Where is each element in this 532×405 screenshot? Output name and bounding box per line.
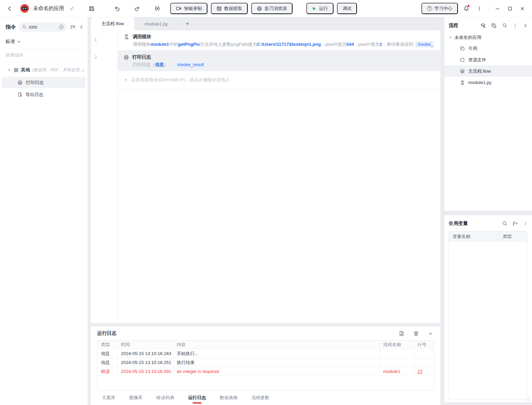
line-number: 1 [91,30,117,48]
step-description: 打印日志（信息）：invoke_result [133,62,433,68]
editor-column: 主流程.flow module1.py + 1 2 调用模块 调用模 [91,17,440,405]
tab-flow-params[interactable]: 流程参数 [252,391,269,405]
log-time: 2024-05-15 13:10:16.251 [117,358,173,367]
flow-step-invoke-module[interactable]: 调用模块 调用模块module1中的getPngPix方法并传入参数pngPat… [118,30,440,51]
command-item-export-log[interactable]: 导出日志 [2,89,85,100]
function-name-token: getPngPix [178,42,200,47]
desc-text: 方法并传入参数pngPath值为 [200,42,257,47]
editor-tabbar: 主流程.flow module1.py + [91,17,440,30]
close-button[interactable] [517,3,528,14]
puzzle-icon [460,57,465,63]
path-token: C:\Users\11717\Desktop\1.png [257,42,321,47]
clear-search-icon[interactable]: ✕ [59,24,64,29]
tab-module1[interactable]: module1.py [134,17,178,30]
flow-panel-title: 流程 [449,22,480,29]
group-label: 其他 [21,67,30,73]
error-line-link[interactable]: 27 [418,369,422,374]
tree-item-module1[interactable]: module1.py [444,77,532,88]
log-flow-name: module1 [380,367,414,376]
pixel-y-token: 1 [380,42,382,47]
log-row[interactable]: 信息 2024-05-15 13:10:16.163 开始执行... [98,349,434,358]
maximize-button[interactable] [504,3,515,14]
collapse-panel-icon[interactable] [523,23,528,28]
add-function-icon[interactable]: ƒ+ [513,221,518,226]
add-instruction-row[interactable]: + 点击添加指令(Ctrl+Shift+P)，或从左侧指令区拖入 [118,71,440,89]
flow-steps: 调用模块 调用模块module1中的getPngPix方法并传入参数pngPat… [118,30,440,323]
resize-grip-icon[interactable] [526,397,530,401]
log-level-token: 信息 [155,62,164,67]
more-menu-icon[interactable] [474,3,485,14]
tree-item-label: 引用 [468,45,477,52]
separator [440,17,444,405]
data-capture-button[interactable]: 数据抓取 [211,3,248,14]
step-description: 调用模块module1中的getPngPix方法并传入参数pngPath值为C:… [133,41,433,48]
browser-button[interactable]: 影刀浏览器 [251,3,293,14]
tab-run-log[interactable]: 运行日志 [188,391,206,405]
minimize-button[interactable] [492,3,503,14]
more-menu-icon[interactable] [513,23,518,28]
tree-root-app[interactable]: 未命名的应用 [444,32,532,43]
command-group-other[interactable]: 其他 (数据库、PDF、异常处理...) [0,62,88,76]
clear-log-trash-icon[interactable] [412,330,420,337]
tab-image-library[interactable]: 图像库 [129,391,143,405]
run-button[interactable]: 运行 [306,3,334,14]
flow-editor: 1 2 调用模块 调用模块module1中的getPngPix方法并传入参数pn… [91,30,440,323]
run-log-header: 运行日志 [97,326,434,340]
redo-icon[interactable] [132,3,143,14]
save-icon[interactable] [86,3,97,14]
result-variable-pill[interactable]: invoke_result [175,62,207,68]
add-flow-icon[interactable] [480,23,486,29]
rename-icon[interactable] [66,3,77,14]
collapse-panel-chevron-icon[interactable] [427,330,434,337]
collapse-sidebar-icon[interactable] [79,24,84,30]
notification-badge [467,4,470,7]
log-row-error[interactable]: 错误 2024-05-15 13:10:16.391 an integer is… [98,367,434,376]
col-time: 时间 [117,341,173,349]
printer-icon [123,54,129,60]
export-log-icon[interactable] [398,330,405,337]
command-search[interactable]: ✕ [19,22,67,32]
search-input[interactable] [29,24,57,30]
search-icon[interactable] [502,221,508,226]
result-variable-pill[interactable]: invoke_result [415,41,433,48]
search-icon[interactable] [502,23,508,28]
tree-item-label: 资源文件 [468,57,486,63]
category-filter-dropdown[interactable]: 标准 [0,33,88,48]
log-row[interactable]: 信息 2024-05-15 13:10:16.251 执行结束 [98,358,434,367]
tab-element-library[interactable]: 元素库 [102,391,115,405]
log-type: 错误 [98,367,117,376]
tab-error-list[interactable]: 错误列表 [156,391,174,405]
desc-text: 打印日志 [133,62,151,67]
debug-button[interactable]: 调试 [337,3,357,14]
run-log-title: 运行日志 [97,330,398,336]
undo-icon[interactable] [112,3,123,14]
learn-center-button[interactable]: ? 学习中心 [421,3,458,14]
question-icon: ? [427,6,432,11]
col-type: 类型 [98,341,117,349]
tab-main-flow[interactable]: 主流程.flow [91,17,134,30]
add-module-icon[interactable] [491,23,497,29]
log-content: 开始执行... [173,349,380,358]
tree-item-resources[interactable]: 资源文件 [444,54,532,65]
tree-item-main-flow[interactable]: 主流程.flow [444,65,532,77]
log-type: 信息 [98,349,117,358]
printer-icon [17,80,23,85]
filter-label: 标准 [6,39,15,45]
tree-item-references[interactable]: 引用 [444,43,532,54]
flow-step-print-log[interactable]: 打印日志 打印日志（信息）：invoke_result [118,51,440,71]
run-label: 运行 [319,6,328,12]
back-icon[interactable] [4,3,15,14]
notifications-bell-icon[interactable] [461,3,472,14]
group-hint: (数据库、PDF、异常处理...) [32,67,84,73]
code-view-icon[interactable] [152,3,163,14]
desc-text: ，pixelY值为 [354,42,379,47]
divider [180,21,180,27]
grid-icon [13,68,19,73]
command-item-print-log[interactable]: 打印日志 [2,77,85,88]
new-tab-button[interactable]: + [181,17,194,30]
tab-data-table[interactable]: 数据表格 [220,391,238,405]
smart-record-button[interactable]: 智能录制 [170,3,207,14]
commands-title: 指令 [6,24,16,30]
more-menu-icon[interactable] [523,221,528,226]
sort-icon[interactable] [70,24,76,30]
